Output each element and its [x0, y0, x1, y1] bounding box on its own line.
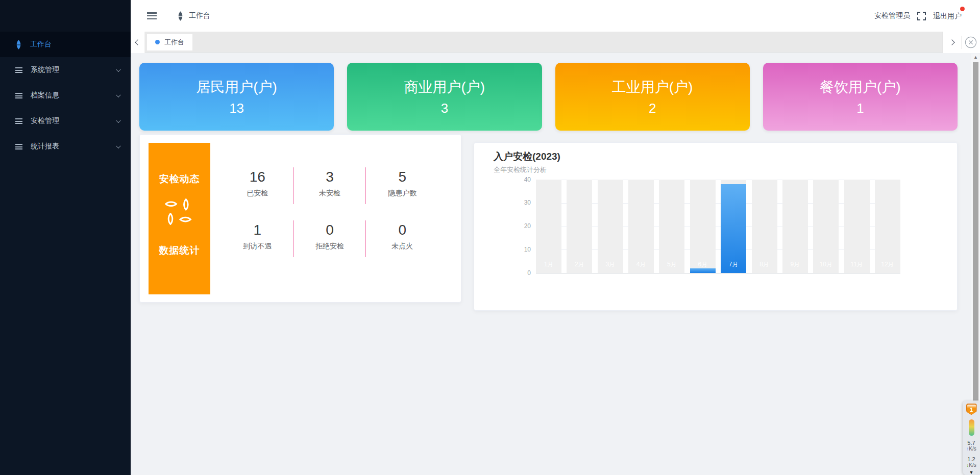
tabbar-right-controls	[942, 32, 980, 53]
shield-badge-icon[interactable]: 1	[966, 404, 977, 415]
chevron-down-icon	[116, 92, 121, 97]
sidebar-logo-area	[0, 0, 131, 32]
card-title: 餐饮用户(户)	[820, 78, 901, 97]
content: 居民用户(户) 13 商业用户(户) 3 工业用户(户) 2 餐饮用户(户) 1…	[131, 54, 980, 475]
safety-side-block: 安检动态 数据统计	[149, 143, 210, 294]
card-value: 2	[649, 101, 656, 116]
list-icon	[15, 144, 22, 149]
scrollbar-thumb[interactable]	[973, 62, 978, 403]
notification-dot	[960, 7, 965, 11]
header: 工作台 安检管理员 退出用户	[131, 0, 980, 32]
main-area: 工作台 安检管理员 退出用户 工作台	[131, 0, 980, 475]
card-commercial-users: 商业用户(户) 3	[347, 63, 542, 131]
stat-visit-missed: 1 到访不遇	[222, 220, 294, 257]
header-right: 安检管理员 退出用户	[874, 0, 962, 32]
sidebar-item-archives[interactable]: 档案信息	[0, 83, 131, 108]
chart-column: 5月	[659, 180, 684, 273]
chart-column: 6月	[690, 180, 716, 273]
chart-column: 1月	[536, 180, 561, 273]
leaf-icon	[176, 11, 185, 20]
tab-scroll-left-button[interactable]	[131, 32, 145, 53]
sidebar-item-label: 档案信息	[31, 91, 116, 100]
close-circle-icon	[965, 36, 977, 48]
side-block-title: 安检动态	[159, 172, 200, 186]
logout-wrap: 退出用户	[933, 11, 962, 21]
logout-button[interactable]: 退出用户	[933, 12, 962, 20]
sidebar-item-system[interactable]: 系统管理	[0, 57, 131, 83]
stat-refused: 0 拒绝安检	[294, 220, 366, 257]
chart-column: 11月	[844, 180, 870, 273]
tabbar: 工作台	[131, 32, 980, 53]
y-tick: 20	[480, 222, 531, 230]
chart-column: 4月	[628, 180, 654, 273]
chart-column: 9月	[782, 180, 808, 273]
chart-columns: 1月 2月 3月 4月 5月 6月 7月 8月 9月 10月 11月 12月	[536, 180, 900, 273]
stat-inspected: 16 已安检	[222, 167, 294, 204]
card-title: 商业用户(户)	[404, 78, 485, 97]
chart-column: 3月	[598, 180, 623, 273]
breadcrumb: 工作台	[177, 11, 210, 20]
summary-cards-row: 居民用户(户) 13 商业用户(户) 3 工业用户(户) 2 餐饮用户(户) 1	[139, 63, 958, 131]
chart-column: 12月	[875, 180, 900, 273]
stat-hazard-households: 5 隐患户数	[366, 167, 438, 204]
y-tick: 40	[480, 176, 531, 183]
breadcrumb-label: 工作台	[189, 11, 210, 20]
close-tabs-button[interactable]	[961, 36, 980, 49]
stat-not-inspected: 3 未安检	[294, 167, 366, 204]
inspection-chart-panel: 入户安检(2023) 全年安检统计分析 40 30 20 10 0 1月 2月 …	[474, 142, 958, 311]
speed-monitor-widget[interactable]: 1 5.7 ↑K/s 1.2 ↓K/s ▼	[963, 401, 980, 475]
username[interactable]: 安检管理员	[874, 11, 910, 20]
download-speed: 1.2 ↓K/s	[966, 456, 976, 468]
chevron-right-icon	[949, 39, 954, 45]
y-tick: 30	[480, 199, 531, 206]
y-tick: 10	[480, 246, 531, 253]
list-icon	[15, 118, 22, 124]
active-tab-dot	[155, 40, 160, 44]
card-value: 13	[229, 101, 244, 116]
card-catering-users: 餐饮用户(户) 1	[763, 63, 958, 131]
sidebar-item-workbench[interactable]: 工作台	[0, 32, 131, 57]
card-title: 居民用户(户)	[196, 78, 277, 97]
safety-stats-grid: 16 已安检 3 未安检 5 隐患户数 1 到访不遇 0 拒绝安检	[222, 167, 438, 257]
card-value: 1	[856, 101, 864, 116]
tab-label: 工作台	[164, 38, 184, 47]
list-icon	[15, 67, 22, 73]
card-industrial-users: 工业用户(户) 2	[555, 63, 750, 131]
chart-column: 8月	[752, 180, 777, 273]
card-resident-users: 居民用户(户) 13	[139, 63, 334, 131]
sidebar-item-label: 系统管理	[31, 65, 116, 74]
tab-workbench[interactable]: 工作台	[147, 34, 192, 51]
scrollbar-up-arrow[interactable]: ▲	[971, 55, 980, 60]
chart-title: 入户安检(2023)	[494, 150, 560, 163]
safety-stats-panel: 安检动态 数据统计 16 已安检 3 未安检 5 隐患户数	[139, 134, 461, 303]
chevron-left-icon	[135, 39, 140, 45]
upload-speed: 5.7 ↑K/s	[966, 440, 976, 452]
hamburger-icon[interactable]	[147, 12, 157, 19]
leaf-icon	[14, 40, 23, 49]
sidebar-item-label: 安检管理	[31, 116, 116, 126]
sidebar-item-label: 工作台	[30, 40, 119, 49]
chevron-down-icon	[116, 118, 121, 123]
tab-scroll-right-button[interactable]	[943, 40, 961, 44]
fullscreen-icon[interactable]	[917, 12, 926, 20]
sidebar-item-label: 统计报表	[31, 142, 116, 151]
side-block-subtitle: 数据统计	[159, 244, 200, 257]
sidebar-item-reports[interactable]: 统计报表	[0, 134, 131, 159]
gradient-meter-icon	[969, 419, 974, 436]
chevron-down-icon	[116, 143, 121, 148]
card-value: 3	[441, 101, 448, 116]
sidebar-item-inspection[interactable]: 安检管理	[0, 108, 131, 134]
chart-subtitle: 全年安检统计分析	[494, 165, 547, 174]
widget-collapse-caret[interactable]: ▼	[969, 470, 974, 475]
y-tick: 0	[480, 269, 531, 277]
list-icon	[15, 93, 22, 98]
chart-column: 10月	[813, 180, 839, 273]
bar-chart-plot: 1月 2月 3月 4月 5月 6月 7月 8月 9月 10月 11月 12月	[536, 180, 900, 273]
sidebar: 工作台 系统管理 档案信息 安检管理 统计报表	[0, 0, 131, 475]
chevron-down-icon	[116, 67, 121, 72]
card-title: 工业用户(户)	[612, 78, 693, 97]
chart-column: 2月	[567, 180, 592, 273]
pinwheel-icon	[162, 196, 197, 231]
chart-column: 7月	[721, 180, 746, 273]
stat-not-ignited: 0 未点火	[366, 220, 438, 257]
